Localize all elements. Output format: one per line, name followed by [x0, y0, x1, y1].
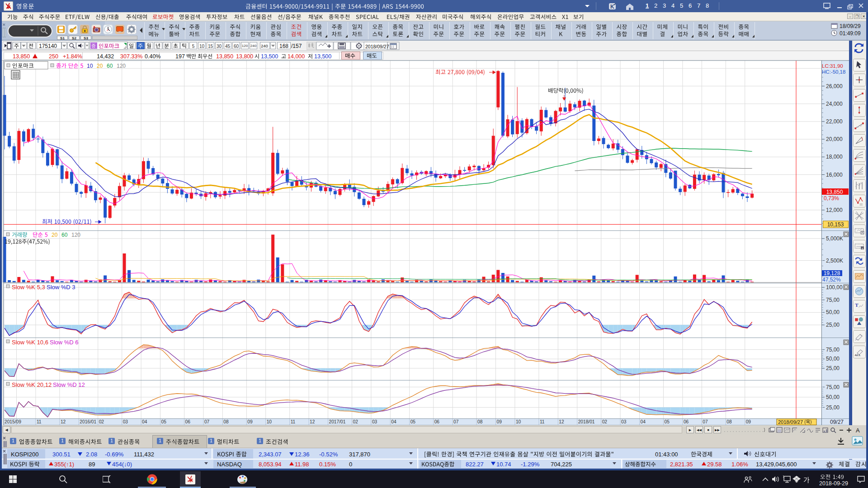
svg-text:06: 06 [434, 419, 440, 424]
svg-text:75,00: 75,00 [826, 297, 840, 303]
svg-text:Slow %D 3: Slow %D 3 [47, 284, 75, 291]
svg-text:ALL: ALL [854, 353, 861, 357]
svg-text:20: 20 [52, 232, 58, 238]
svg-text:2018/09/27: 2018/09/27 [778, 419, 803, 425]
svg-text:03: 03 [372, 419, 377, 424]
svg-text:12: 12 [559, 419, 564, 424]
svg-text:07: 07 [204, 419, 210, 424]
svg-text:2018/01: 2018/01 [578, 419, 595, 424]
svg-text:2015/09: 2015/09 [5, 419, 21, 424]
svg-text:07: 07 [703, 419, 708, 424]
svg-text:02: 02 [602, 419, 608, 424]
svg-text:04: 04 [641, 419, 646, 424]
svg-text:Slow %D 6: Slow %D 6 [50, 339, 79, 346]
svg-text:26,000: 26,000 [826, 83, 843, 89]
svg-text:5,000K: 5,000K [826, 235, 843, 242]
svg-text:25,00: 25,00 [826, 404, 840, 411]
svg-text:60: 60 [61, 232, 68, 238]
svg-text:T: T [855, 302, 859, 308]
svg-text:03: 03 [123, 419, 128, 424]
svg-text:09: 09 [746, 419, 751, 424]
svg-text:50,00: 50,00 [826, 356, 840, 362]
svg-text:Slow %K 5,3: Slow %K 5,3 [12, 284, 45, 291]
svg-text:12,000: 12,000 [826, 207, 843, 213]
svg-text:Slow %K 20,12: Slow %K 20,12 [12, 381, 52, 388]
svg-text:09: 09 [247, 419, 253, 424]
svg-text:16,000: 16,000 [826, 172, 843, 178]
svg-text:0,73%: 0,73% [824, 195, 839, 202]
svg-text:HC:-50,18: HC:-50,18 [822, 69, 845, 75]
svg-text:60: 60 [107, 63, 113, 69]
svg-text:06: 06 [684, 419, 689, 424]
svg-text:09: 09 [497, 419, 502, 424]
svg-text:75,00: 75,00 [826, 384, 840, 390]
svg-text:08: 08 [726, 419, 732, 424]
svg-text:50,00: 50,00 [826, 394, 840, 400]
svg-text:05: 05 [410, 419, 416, 424]
svg-text:11: 11 [540, 419, 545, 424]
svg-text:06: 06 [185, 419, 191, 424]
svg-text:24,000: 24,000 [826, 101, 843, 107]
svg-text:10: 10 [516, 419, 521, 424]
svg-text:05: 05 [665, 419, 670, 424]
svg-text:50,00: 50,00 [826, 309, 840, 315]
svg-text:Slow %D 12: Slow %D 12 [53, 381, 85, 388]
svg-text:09/27: 09/27 [830, 419, 844, 425]
svg-text:11: 11 [291, 419, 296, 424]
svg-text:04: 04 [391, 419, 396, 424]
svg-text:2,500K: 2,500K [826, 258, 843, 264]
svg-text:07: 07 [453, 419, 459, 424]
svg-text:04: 04 [142, 419, 147, 424]
svg-text:22,000: 22,000 [826, 118, 843, 125]
svg-text:03: 03 [621, 419, 627, 424]
svg-text:2016/01: 2016/01 [80, 419, 96, 424]
svg-text:05: 05 [161, 419, 167, 424]
svg-text:18,000: 18,000 [826, 154, 843, 160]
svg-text:19,128: 19,128 [824, 270, 840, 277]
svg-text:2017/01: 2017/01 [329, 419, 346, 424]
svg-text:120: 120 [71, 232, 80, 238]
svg-text:08: 08 [223, 419, 229, 424]
svg-text:13,850: 13,850 [826, 189, 843, 195]
svg-text:02: 02 [99, 419, 104, 424]
svg-text:12: 12 [310, 419, 315, 424]
svg-text:Slow %K 10,6: Slow %K 10,6 [12, 339, 48, 346]
svg-text:A: A [856, 427, 860, 433]
svg-text:25,00: 25,00 [826, 365, 840, 371]
svg-text:100,00: 100,00 [826, 284, 843, 291]
svg-text:120: 120 [117, 63, 126, 69]
svg-text:47,52%: 47,52% [822, 277, 841, 283]
svg-text:10: 10 [267, 419, 272, 424]
svg-text:LC:31,90: LC:31,90 [822, 63, 843, 69]
svg-text:75,00: 75,00 [826, 347, 840, 353]
svg-text:20: 20 [97, 63, 103, 69]
svg-text:20,000: 20,000 [826, 136, 843, 142]
svg-text:25,00: 25,00 [826, 322, 840, 328]
svg-text:02: 02 [353, 419, 359, 424]
svg-text:10,153: 10,153 [827, 221, 844, 228]
svg-text:11: 11 [37, 419, 42, 424]
svg-text:12: 12 [61, 419, 66, 424]
svg-text:08: 08 [477, 419, 483, 424]
svg-text:10: 10 [87, 63, 93, 69]
